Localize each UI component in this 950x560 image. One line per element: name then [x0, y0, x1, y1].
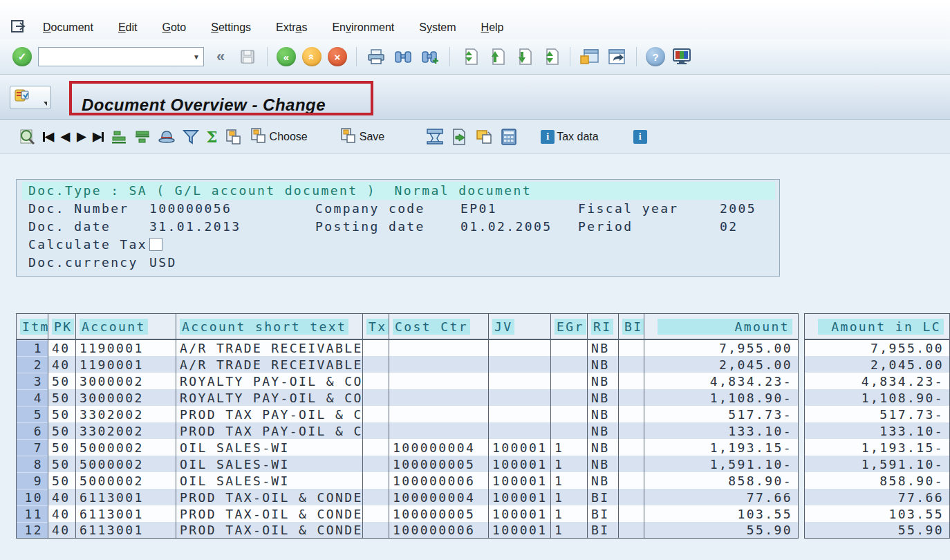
column-header-cost-ctr[interactable]: Cost Ctr — [389, 313, 489, 339]
menu-item-system[interactable]: System — [419, 21, 456, 34]
cell-pk[interactable]: 40 — [48, 489, 76, 505]
column-header-ri[interactable]: RI — [588, 313, 619, 339]
cell-itm[interactable]: 3 — [16, 373, 48, 389]
cell-pk[interactable]: 50 — [48, 456, 76, 472]
cell-account[interactable]: 6113001 — [76, 505, 176, 522]
page-down-icon[interactable] — [513, 46, 534, 67]
cell-jv[interactable]: 100001 — [489, 489, 551, 505]
cell-ri[interactable]: NB — [588, 356, 619, 373]
last-item-icon[interactable]: ▶ — [93, 129, 104, 144]
column-header-amount[interactable]: Amount — [644, 313, 799, 339]
cell-itm[interactable]: 6 — [16, 422, 48, 439]
cell-amount-in-lc[interactable]: 517.73- — [804, 406, 950, 422]
enter-icon[interactable]: ✓ — [12, 47, 32, 66]
post-icon[interactable] — [451, 128, 469, 146]
cell-pk[interactable]: 50 — [48, 422, 76, 439]
cell-tx[interactable] — [363, 406, 389, 422]
cancel-icon[interactable]: × — [328, 47, 347, 66]
cell-egr[interactable] — [551, 389, 588, 406]
cell-itm[interactable]: 9 — [16, 472, 48, 489]
cell-bi[interactable] — [619, 406, 644, 422]
cell-cost-ctr[interactable] — [389, 406, 489, 422]
cell-amount[interactable]: 517.73- — [644, 406, 799, 422]
menu-item-edit[interactable]: Edit — [118, 21, 138, 34]
info-icon[interactable]: i — [633, 130, 647, 144]
cell-ri[interactable]: NB — [588, 472, 619, 489]
cell-ri[interactable]: NB — [588, 389, 619, 406]
cell-itm[interactable]: 5 — [16, 406, 48, 422]
cell-pk[interactable]: 40 — [48, 505, 76, 522]
cell-amount[interactable]: 1,591.10- — [644, 456, 799, 472]
help-icon[interactable]: ? — [646, 47, 665, 66]
cell-itm[interactable]: 1 — [16, 339, 48, 356]
cell-amount-in-lc[interactable]: 4,834.23- — [804, 373, 950, 389]
cell-tx[interactable] — [363, 339, 389, 356]
cell-itm[interactable]: 4 — [16, 389, 48, 406]
cell-tx[interactable] — [363, 389, 389, 406]
copy-icon[interactable] — [225, 128, 243, 146]
cell-jv[interactable]: 100001 — [489, 505, 551, 522]
menu-item-goto[interactable]: Goto — [162, 21, 187, 34]
command-input[interactable] — [39, 49, 189, 64]
cell-account-short-text[interactable]: A/R TRADE RECEIVABLE — [176, 339, 363, 356]
cell-amount[interactable]: 103.55 — [644, 505, 799, 522]
cell-bi[interactable] — [619, 505, 644, 522]
cell-amount-in-lc[interactable]: 858.90- — [804, 472, 950, 489]
save-icon[interactable] — [237, 46, 258, 67]
next-item-icon[interactable]: ▶ — [77, 129, 86, 144]
cell-jv[interactable]: 100001 — [489, 472, 551, 489]
cell-cost-ctr[interactable]: 100000005 — [389, 456, 489, 472]
cell-tx[interactable] — [363, 472, 389, 489]
cell-bi[interactable] — [619, 472, 644, 489]
cell-amount-in-lc[interactable]: 55.90 — [804, 522, 950, 539]
cell-amount[interactable]: 7,955.00 — [644, 339, 799, 356]
cell-ri[interactable]: BI — [588, 489, 619, 505]
cell-ri[interactable]: NB — [588, 406, 619, 422]
cell-account-short-text[interactable]: A/R TRADE RECEIVABLE — [176, 356, 363, 373]
cell-bi[interactable] — [619, 339, 644, 356]
cell-account[interactable]: 5000002 — [76, 439, 176, 456]
first-item-icon[interactable]: ◀ — [43, 129, 54, 144]
cell-bi[interactable] — [619, 373, 644, 389]
cell-account-short-text[interactable]: ROYALTY PAY-OIL & CO — [176, 389, 363, 406]
column-header-egr[interactable]: EGr — [551, 313, 588, 339]
menu-item-help[interactable]: Help — [481, 21, 504, 34]
table-row[interactable]: 2401190001A/R TRADE RECEIVABLENB2,045.00… — [16, 356, 950, 373]
collapse-icon[interactable]: « — [210, 46, 231, 67]
cell-itm[interactable]: 11 — [16, 505, 48, 522]
cell-egr[interactable]: 1 — [551, 456, 588, 472]
column-header-itm[interactable]: Itm — [16, 313, 48, 339]
filter-icon[interactable] — [183, 129, 199, 145]
first-page-icon[interactable] — [459, 46, 480, 67]
cell-tx[interactable] — [363, 422, 389, 439]
cell-cost-ctr[interactable] — [389, 422, 489, 439]
cell-jv[interactable]: 100001 — [489, 439, 551, 456]
table-row[interactable]: 4503000002ROYALTY PAY-OIL & CONB1,108.90… — [16, 389, 950, 406]
cell-amount[interactable]: 1,193.15- — [644, 439, 799, 456]
reset-icon[interactable] — [476, 128, 494, 146]
detail-icon[interactable] — [18, 128, 36, 146]
cell-egr[interactable]: 1 — [551, 489, 588, 505]
cell-pk[interactable]: 40 — [48, 522, 76, 539]
cell-bi[interactable] — [619, 356, 644, 373]
cell-account[interactable]: 3000002 — [76, 389, 176, 406]
cell-account-short-text[interactable]: OIL SALES-WI — [176, 472, 363, 489]
cell-tx[interactable] — [363, 373, 389, 389]
save-button[interactable]: Save — [339, 127, 384, 147]
exit-icon[interactable]: « — [302, 47, 322, 66]
cell-jv[interactable] — [489, 356, 551, 373]
cell-egr[interactable]: 1 — [551, 522, 588, 539]
cell-amount-in-lc[interactable]: 77.66 — [804, 489, 950, 505]
cell-account[interactable]: 1190001 — [76, 356, 176, 373]
cell-itm[interactable]: 10 — [16, 489, 48, 505]
column-header-account-short-text[interactable]: Account short text — [176, 313, 363, 339]
cell-amount[interactable]: 133.10- — [644, 422, 799, 439]
cell-egr[interactable] — [551, 339, 588, 356]
cell-bi[interactable] — [619, 522, 644, 539]
cell-account[interactable]: 3000002 — [76, 373, 176, 389]
column-header-jv[interactable]: JV — [489, 313, 551, 339]
cell-ri[interactable]: NB — [588, 439, 619, 456]
cell-egr[interactable] — [551, 406, 588, 422]
find-next-icon[interactable] — [420, 46, 440, 67]
cell-pk[interactable]: 40 — [48, 339, 76, 356]
